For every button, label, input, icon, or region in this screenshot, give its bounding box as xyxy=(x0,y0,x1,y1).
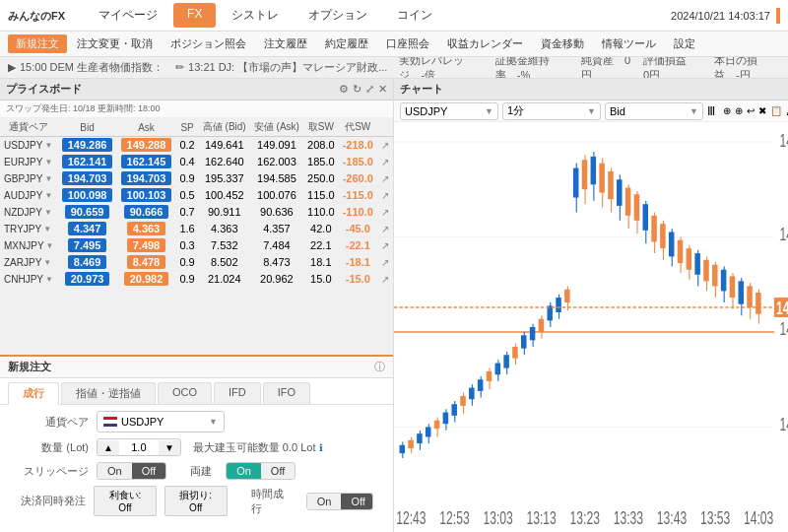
order-form-left: 通貨ペア USDJPY ▼ 数量 (Lot) ▲ 1.0 ▼ xyxy=(20,411,373,516)
row-quantity: 数量 (Lot) ▲ 1.0 ▼ 最大建玉可能数量 0.0 Lot ℹ xyxy=(20,438,373,456)
subnav-settings[interactable]: 設定 xyxy=(666,34,703,53)
price-row-tryjpy: TRYJPY ▼ 4.347 4.363 1.6 4.363 4.357 42.… xyxy=(0,221,393,237)
chart-area: 149.350 149.300 149.250 149.200 12:43 12… xyxy=(394,122,788,532)
nav-mypage[interactable]: マイページ xyxy=(85,3,171,28)
price-scroll[interactable]: 通貨ペア Bid Ask SP 高値 (Bid) 安値 (Ask) 取SW 代S… xyxy=(0,118,393,355)
chart-tool-4[interactable]: ✖ xyxy=(758,105,766,116)
trend-arrow: ↗ xyxy=(377,237,393,254)
ask-button[interactable]: 4.363 xyxy=(127,222,166,235)
refresh-icon[interactable]: ↻ xyxy=(353,83,361,96)
slippage-on-btn[interactable]: On xyxy=(98,463,132,479)
logo: みんなのFX xyxy=(8,7,65,24)
chart-tool-2[interactable]: ⊕ xyxy=(735,105,743,116)
chart-timeframe-select[interactable]: 1分 ▼ xyxy=(502,102,601,120)
chart-tool-5[interactable]: 📋 xyxy=(770,105,782,116)
price-board-tools: ⚙ ↻ ⤢ ✕ xyxy=(339,83,387,96)
nav-fx[interactable]: FX xyxy=(173,3,216,28)
time-off-btn[interactable]: Off xyxy=(341,494,373,509)
chart-bar-icon[interactable]: Ⅲ xyxy=(707,104,715,118)
bid-button[interactable]: 8.469 xyxy=(68,255,107,269)
close-icon[interactable]: ✕ xyxy=(378,83,387,96)
svg-rect-79 xyxy=(660,224,666,248)
ask-button[interactable]: 7.498 xyxy=(127,238,166,252)
tab-ifo[interactable]: IFO xyxy=(263,382,310,404)
tab-limit[interactable]: 指値・逆指値 xyxy=(61,382,156,404)
ask-button[interactable]: 194.703 xyxy=(121,171,172,185)
subnav-modify-cancel[interactable]: 注文変更・取消 xyxy=(69,34,161,53)
tab-market[interactable]: 成行 xyxy=(8,382,59,405)
ask-button[interactable]: 8.478 xyxy=(127,255,166,269)
chart-type-select[interactable]: Bid ▼ xyxy=(605,102,703,120)
slippage-off-btn[interactable]: Off xyxy=(132,463,165,479)
bid-button[interactable]: 162.141 xyxy=(62,155,113,168)
slippage-toggle[interactable]: On Off xyxy=(97,462,166,480)
both-build-toggle[interactable]: On Off xyxy=(226,462,296,480)
subnav-order-history[interactable]: 注文履歴 xyxy=(256,34,315,53)
bid-button[interactable]: 149.286 xyxy=(62,138,113,152)
high-bid: 149.641 xyxy=(199,137,250,154)
svg-rect-95 xyxy=(730,276,736,298)
sw-take: 115.0 xyxy=(303,187,339,204)
subnav-new-order[interactable]: 新規注文 xyxy=(8,34,67,53)
price-row-nzdjpy: NZDJPY ▼ 90.659 90.666 0.7 90.911 90.636… xyxy=(0,204,393,221)
bid-button[interactable]: 7.495 xyxy=(68,238,107,252)
low-ask: 149.091 xyxy=(250,137,303,154)
chart-pair-select[interactable]: USDJPY ▼ xyxy=(400,102,498,120)
sub-nav: 新規注文 注文変更・取消 ポジション照会 注文履歴 約定履歴 口座照会 収益カレ… xyxy=(0,32,788,57)
profit-btn[interactable]: 利食い: Off xyxy=(94,486,157,516)
time-on-btn[interactable]: On xyxy=(307,494,342,509)
high-bid: 162.640 xyxy=(199,154,250,170)
tf-chevron-icon: ▼ xyxy=(587,106,596,116)
both-on-btn[interactable]: On xyxy=(227,463,261,479)
daily-pl: 本日の損益 -円 xyxy=(714,57,780,79)
bid-button[interactable]: 4.347 xyxy=(68,222,107,235)
nav-option[interactable]: オプション xyxy=(295,3,381,28)
subnav-transfer[interactable]: 資金移動 xyxy=(533,34,592,53)
order-title: 新規注文 xyxy=(8,360,51,374)
expand-icon[interactable]: ⤢ xyxy=(365,83,374,96)
chart-title: チャート xyxy=(400,82,443,97)
datetime: 2024/10/21 14:03:17 xyxy=(671,8,780,24)
tab-oco[interactable]: OCO xyxy=(158,382,212,404)
chart-tool-3[interactable]: ↩ xyxy=(747,105,755,116)
chart-tool-1[interactable]: ⊕ xyxy=(723,105,731,116)
time-order-toggle[interactable]: On Off xyxy=(306,493,373,510)
svg-rect-45 xyxy=(512,347,518,359)
sw-give: -218.0 xyxy=(339,137,377,154)
quantity-label: 数量 (Lot) xyxy=(20,440,89,455)
stop-btn[interactable]: 損切り: Off xyxy=(164,486,228,516)
row-currency-pair: 通貨ペア USDJPY ▼ xyxy=(20,411,373,432)
high-bid: 90.911 xyxy=(199,204,250,221)
max-lot-info: 最大建玉可能数量 0.0 Lot ℹ xyxy=(193,440,323,455)
svg-rect-35 xyxy=(469,388,475,400)
ask-button[interactable]: 162.145 xyxy=(121,155,172,168)
bid-button[interactable]: 194.703 xyxy=(62,171,113,185)
nav-coin[interactable]: コイン xyxy=(383,3,446,28)
ask-button[interactable]: 149.288 xyxy=(121,138,172,152)
subnav-calendar[interactable]: 収益カレンダー xyxy=(439,34,531,53)
subnav-account[interactable]: 口座照会 xyxy=(378,34,437,53)
both-build-label: 両建 xyxy=(190,464,212,479)
qty-up-icon[interactable]: ▲ xyxy=(98,440,119,455)
qty-down-icon[interactable]: ▼ xyxy=(159,440,180,455)
settings-icon[interactable]: ⚙ xyxy=(339,83,349,96)
both-off-btn[interactable]: Off xyxy=(261,463,295,479)
subnav-execution-history[interactable]: 約定履歴 xyxy=(317,34,376,53)
bid-button[interactable]: 90.659 xyxy=(65,205,110,219)
nav-sistre[interactable]: シストレ xyxy=(218,3,293,28)
svg-rect-27 xyxy=(434,421,440,429)
bid-button[interactable]: 20.973 xyxy=(65,272,110,286)
bid-button[interactable]: 100.098 xyxy=(62,188,113,202)
order-info-icon[interactable]: ⓘ xyxy=(374,360,385,374)
subnav-position[interactable]: ポジション照会 xyxy=(163,34,254,53)
ask-button[interactable]: 20.982 xyxy=(124,272,169,286)
ask-button[interactable]: 90.666 xyxy=(124,205,169,219)
max-lot-info-icon[interactable]: ℹ xyxy=(319,442,323,453)
currency-pair-select[interactable]: USDJPY ▼ xyxy=(97,411,225,432)
ask-button[interactable]: 100.103 xyxy=(121,188,172,202)
quantity-stepper[interactable]: ▲ 1.0 ▼ xyxy=(97,438,181,456)
subnav-info[interactable]: 情報ツール xyxy=(594,34,664,53)
sw-take: 208.0 xyxy=(303,137,339,154)
pair-arrow-icon: ▼ xyxy=(46,241,54,250)
tab-ifd[interactable]: IFD xyxy=(214,382,261,404)
